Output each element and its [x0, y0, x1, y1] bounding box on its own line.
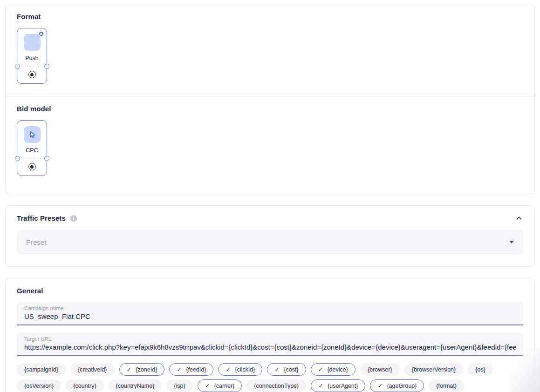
cursor-glyph — [28, 130, 36, 139]
macro-chip[interactable]: ✓ {osVersion} — [17, 379, 61, 392]
macro-chip[interactable]: ✓ {userAgent} — [311, 379, 365, 392]
cpc-option-label: CPC — [20, 147, 44, 154]
cpc-option-radio-row — [17, 159, 47, 176]
traffic-presets-title: Traffic Presets — [17, 214, 66, 222]
check-icon: ✓ — [318, 366, 323, 373]
macro-chip[interactable]: ✓ {country} — [66, 379, 103, 392]
macro-chip-label: {zoneId} — [136, 366, 157, 373]
campaign-form-page: Format Push Bid model — [0, 0, 540, 392]
macro-chip-label: {cost} — [284, 366, 298, 373]
caret-down-icon — [509, 241, 514, 243]
macro-chip[interactable]: ✓ {zoneId} — [119, 363, 165, 376]
push-option-label: Push — [20, 55, 44, 61]
check-icon: ✓ — [377, 382, 383, 389]
macro-chip-label: {format} — [436, 383, 457, 389]
macro-chip-label: {feedId} — [186, 366, 206, 373]
push-notification-icon — [24, 34, 41, 51]
format-bid-card: Format Push Bid model — [5, 4, 535, 194]
format-title: Format — [17, 13, 523, 20]
cpc-radio-selected[interactable] — [28, 163, 36, 170]
macro-chip-label: {creativeId} — [78, 366, 107, 373]
macro-chip-label: {clickId} — [235, 366, 255, 373]
target-url-label: Target URL — [24, 336, 516, 342]
format-option-push[interactable]: Push — [17, 28, 47, 84]
check-icon: ✓ — [226, 366, 231, 373]
preset-select[interactable]: Preset — [17, 230, 523, 254]
macro-chip[interactable]: ✓ {carrier} — [198, 379, 242, 392]
push-option-radio-row — [17, 67, 47, 83]
check-icon: ✓ — [318, 382, 323, 389]
macro-chip[interactable]: ✓ {feedId} — [169, 363, 213, 376]
preset-placeholder: Preset — [26, 238, 509, 246]
macro-chip[interactable]: ✓ {campaignId} — [17, 363, 66, 376]
section-divider — [6, 96, 534, 96]
macro-chip-label: {os} — [475, 366, 485, 373]
macro-chip[interactable]: ✓ {os} — [468, 363, 493, 376]
ticket-divider — [17, 158, 47, 159]
ticket-divider — [17, 66, 47, 67]
general-title: General — [17, 287, 523, 295]
macro-chip-label: {country} — [73, 383, 96, 389]
general-card: General Campaign name US_sweep_Flat CPC … — [5, 278, 535, 392]
check-icon: ✓ — [274, 366, 280, 373]
macro-chip[interactable]: ✓ {connectionType} — [246, 379, 306, 392]
macro-chip[interactable]: ✓ {browserVersion} — [404, 363, 464, 376]
campaign-name-label: Campaign name — [24, 305, 516, 311]
cpc-option-top: CPC — [17, 121, 47, 158]
format-section: Format Push — [17, 13, 523, 84]
bid-option-cpc[interactable]: CPC — [17, 120, 47, 176]
format-options: Push — [17, 28, 523, 84]
macro-chip-label: {connectionType} — [254, 383, 299, 389]
macro-chip[interactable]: ✓ {creativeId} — [70, 363, 115, 376]
push-option-top: Push — [17, 28, 47, 66]
chevron-up-icon[interactable] — [516, 215, 522, 222]
macro-chip[interactable]: ✓ {isp} — [166, 379, 192, 392]
macro-chip-label: {carrier} — [214, 383, 235, 389]
macro-chip-label: {isp} — [174, 383, 185, 389]
traffic-presets-header: Traffic Presets i — [17, 214, 523, 222]
check-icon: ✓ — [127, 366, 132, 373]
bid-model-options: CPC — [17, 120, 523, 176]
macro-chip-label: {osVersion} — [24, 383, 54, 389]
macro-chip[interactable]: ✓ {ageGroup} — [370, 379, 424, 392]
campaign-name-field[interactable]: Campaign name US_sweep_Flat CPC — [17, 302, 523, 325]
macro-chip[interactable]: ✓ {cost} — [267, 363, 306, 376]
macro-chip[interactable]: ✓ {clickId} — [218, 363, 262, 376]
check-icon: ✓ — [177, 366, 182, 373]
bid-model-title: Bid model — [17, 105, 523, 113]
macro-chip-label: {browserVersion} — [412, 366, 456, 373]
macro-chip-label: {userAgent} — [328, 383, 358, 389]
campaign-name-value: US_sweep_Flat CPC — [24, 312, 516, 320]
target-url-value: https://example.com/click.php?key=efajx9… — [24, 343, 516, 351]
push-radio-selected[interactable] — [28, 71, 36, 78]
info-icon[interactable]: i — [70, 215, 77, 222]
macro-chip[interactable]: ✓ {browser} — [360, 363, 400, 376]
macro-chip-label: {ageGroup} — [387, 383, 417, 389]
check-icon: ✓ — [205, 382, 210, 389]
traffic-presets-card: Traffic Presets i Preset — [5, 205, 535, 267]
macro-chip[interactable]: ✓ {format} — [429, 379, 464, 392]
macro-chip[interactable]: ✓ {device} — [311, 363, 355, 376]
push-badge-circle — [39, 32, 43, 36]
macro-chip-label: {campaignId} — [24, 366, 58, 373]
cursor-pointer-icon — [24, 126, 41, 143]
macro-chip-label: {browser} — [368, 366, 392, 373]
target-url-field[interactable]: Target URL https://example.com/click.php… — [17, 332, 523, 356]
bid-model-section: Bid model CPC — [17, 105, 523, 176]
macro-chip-list: ✓ {campaignId} ✓ {creativeId} ✓ {zoneId}… — [17, 363, 523, 392]
macro-chip-label: {countryName} — [116, 383, 155, 389]
macro-chip[interactable]: ✓ {countryName} — [109, 379, 162, 392]
macro-chip-label: {device} — [327, 366, 348, 373]
